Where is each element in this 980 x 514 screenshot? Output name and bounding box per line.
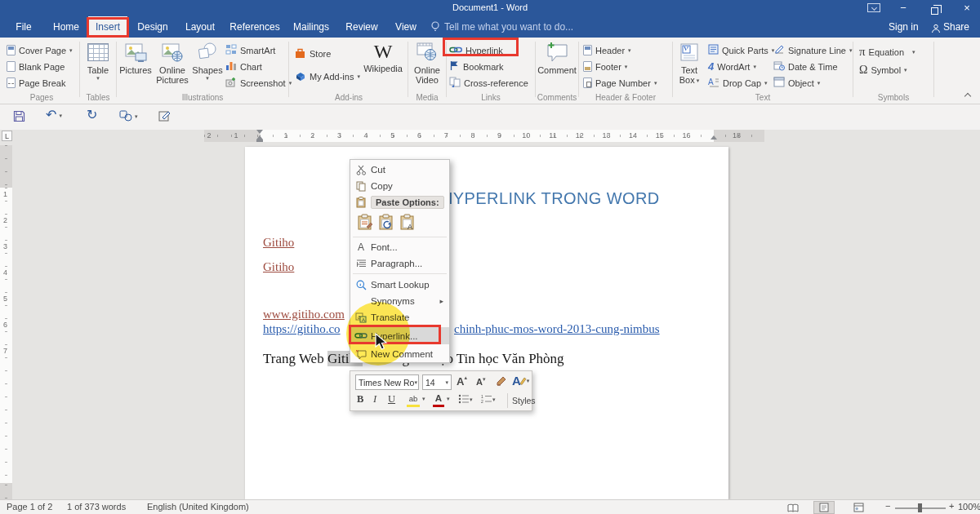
equation-button[interactable]: π Equation ▾ [859, 44, 915, 60]
paste-keep-text-only-button[interactable]: A [400, 214, 416, 233]
collapse-ribbon-icon[interactable] [964, 91, 972, 99]
tab-review[interactable]: Review [340, 16, 384, 38]
read-mode-button[interactable] [782, 501, 804, 514]
table-button[interactable]: Table ▾ [84, 41, 112, 81]
doc-link-www[interactable]: www.gitiho.com [263, 308, 345, 321]
doc-link-gitiho-2[interactable]: Gitiho [263, 260, 294, 274]
online-pictures-button[interactable]: Online Pictures [154, 41, 191, 85]
font-size-select[interactable]: 14 ▾ [422, 374, 452, 390]
equation-label: Equation [869, 47, 904, 57]
signature-line-button[interactable]: Signature Line ▾ [773, 42, 852, 58]
web-layout-button[interactable] [848, 501, 869, 514]
tell-me-box[interactable]: Tell me what you want to do... [444, 16, 573, 38]
undo-button[interactable]: ↶ ▾ [46, 109, 62, 122]
paste-merge-formatting-button[interactable] [379, 214, 394, 233]
shrink-font-button[interactable]: A▾ [476, 377, 485, 387]
tab-stop-selector[interactable]: L [2, 131, 12, 141]
grow-font-button[interactable]: A▴ [457, 375, 467, 388]
my-addins-button[interactable]: My Add-ins ▾ [294, 69, 360, 84]
symbol-button[interactable]: Ω Symbol ▾ [859, 62, 907, 78]
tab-view[interactable]: View [387, 16, 425, 38]
doc-link-gitiho-1[interactable]: Gitiho [263, 236, 294, 250]
language-indicator[interactable]: English (United Kingdom) [147, 502, 249, 512]
vertical-ruler[interactable]: 1234567 [0, 145, 12, 499]
menu-item-cut[interactable]: Cut [351, 162, 449, 178]
ribbon-display-options-button[interactable] [854, 0, 880, 16]
sign-in-button[interactable]: Sign in [889, 16, 919, 38]
share-button[interactable]: Share [943, 16, 969, 38]
drop-cap-button[interactable]: A Drop Cap ▾ [708, 75, 768, 91]
tab-layout[interactable]: Layout [178, 16, 222, 38]
numbering-button[interactable]: 12 ▾ [481, 394, 496, 404]
menu-item-paragraph[interactable]: Paragraph... [351, 255, 449, 272]
page-number-button[interactable]: Page Number ▾ [583, 75, 657, 91]
blank-page-button[interactable]: Blank Page [7, 59, 65, 74]
underline-button[interactable]: U [388, 393, 395, 405]
quick-parts-button[interactable]: Quick Parts ▾ [708, 42, 774, 58]
date-time-button[interactable]: Date & Time [773, 59, 838, 74]
doc-link-https-right[interactable]: chinh-phuc-mos-word-2013-cung-nimbus [454, 322, 660, 336]
tab-home[interactable]: Home [47, 16, 85, 38]
format-painter-icon [496, 375, 507, 387]
smartart-button[interactable]: SmartArt [225, 42, 275, 58]
shapes-quick-button[interactable]: ▾ [119, 110, 138, 122]
comment-button[interactable]: Comment [537, 41, 577, 75]
doc-link-https-left[interactable]: https://gitiho.co [263, 322, 341, 336]
redo-button[interactable]: ↻ [87, 109, 97, 122]
styles-gallery-button[interactable]: A ▾ [512, 374, 529, 388]
zoom-level[interactable]: 100% [958, 502, 980, 512]
font-color-button[interactable]: A [432, 392, 445, 407]
save-button[interactable] [13, 110, 25, 122]
left-indent-marker[interactable] [256, 140, 263, 142]
screenshot-button[interactable]: Screenshot ▾ [225, 75, 292, 91]
print-layout-button[interactable] [813, 501, 835, 514]
menu-item-copy[interactable]: Copy [351, 178, 449, 194]
online-video-button[interactable]: Online Video [411, 41, 443, 85]
footer-button[interactable]: Footer ▾ [583, 59, 627, 74]
right-indent-marker[interactable] [710, 135, 717, 140]
cross-reference-button[interactable]: Cross-reference [449, 75, 528, 91]
font-color-caret[interactable]: ▾ [447, 396, 450, 401]
minimize-button[interactable]: − [890, 0, 916, 16]
wordart-button[interactable]: 4 WordArt ▾ [708, 59, 756, 74]
bookmark-button[interactable]: Bookmark [449, 59, 504, 74]
horizontal-ruler[interactable]: 211234567891011121314151618 [204, 130, 764, 142]
zoom-slider-handle[interactable] [918, 503, 922, 512]
close-button[interactable]: × [954, 0, 980, 16]
caret-down-icon: ▾ [357, 73, 360, 79]
tab-design[interactable]: Design [131, 16, 175, 38]
font-name-select[interactable]: Times New Ro ▾ [355, 374, 419, 390]
pictures-button[interactable]: Pictures [119, 41, 152, 75]
object-button[interactable]: Object ▾ [773, 75, 820, 91]
word-count[interactable]: 1 of 373 words [67, 502, 126, 512]
highlight-caret[interactable]: ▾ [422, 396, 425, 401]
shapes-button[interactable]: Shapes ▾ [193, 41, 222, 81]
chart-button[interactable]: Chart [225, 59, 262, 74]
restore-button[interactable] [921, 0, 947, 16]
zoom-in-button[interactable]: + [949, 501, 954, 511]
wikipedia-button[interactable]: W Wikipedia [361, 41, 405, 73]
text-highlight-button[interactable]: ab [406, 392, 421, 407]
store-button[interactable]: Store [294, 46, 331, 61]
equation-pi-icon: π [859, 45, 866, 59]
format-painter-button[interactable] [496, 375, 507, 387]
bold-button[interactable]: B [357, 393, 363, 405]
page-indicator[interactable]: Page 1 of 2 [7, 502, 52, 512]
zoom-out-button[interactable]: − [885, 501, 890, 511]
first-line-indent-marker[interactable] [256, 130, 263, 134]
menu-item-smart-lookup[interactable]: Smart Lookup [351, 277, 449, 293]
styles-button[interactable]: Styles [512, 396, 536, 405]
cover-page-button[interactable]: Cover Page ▾ [7, 42, 73, 58]
draft-edit-button[interactable] [158, 110, 171, 122]
italic-button[interactable]: I [373, 393, 376, 405]
tab-file[interactable]: File [7, 16, 41, 38]
paste-keep-source-formatting-button[interactable] [358, 214, 373, 233]
text-box-button[interactable]: Text Box▾ [674, 41, 705, 85]
tab-references[interactable]: References [225, 16, 284, 38]
bullets-button[interactable]: ▾ [458, 394, 473, 404]
symbol-omega-icon: Ω [859, 64, 867, 77]
menu-item-font[interactable]: A Font... [351, 239, 449, 255]
page-break-button[interactable]: Page Break [7, 75, 65, 91]
tab-mailings[interactable]: Mailings [286, 16, 336, 38]
header-button[interactable]: Header ▾ [583, 42, 631, 58]
